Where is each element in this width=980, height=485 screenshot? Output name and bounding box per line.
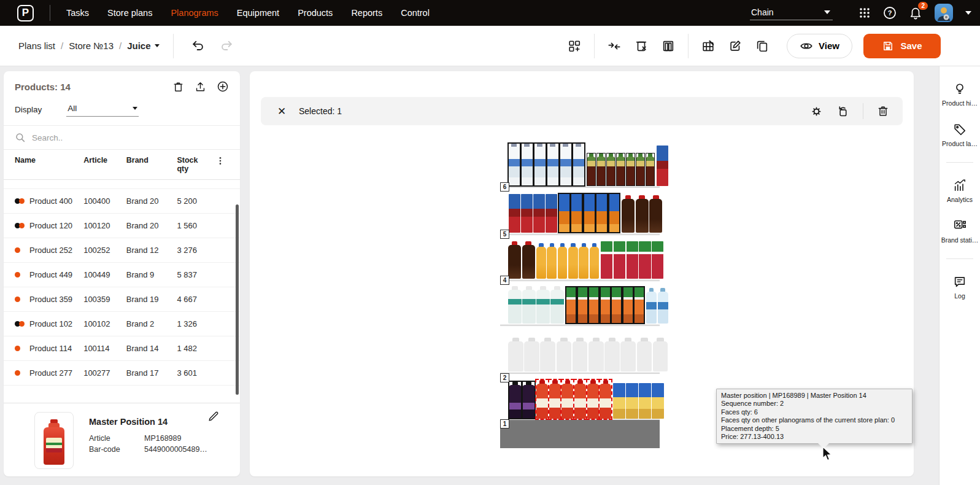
product-facing-jaffatropic[interactable] — [634, 287, 644, 324]
scrollbar-thumb[interactable] — [236, 204, 239, 395]
menu-item-store-plans[interactable]: Store plans — [107, 8, 152, 18]
menu-item-equipment[interactable]: Equipment — [237, 8, 279, 18]
product-facing-jaffatropic[interactable] — [566, 287, 576, 324]
table-row[interactable]: Product 114100114Brand 141 482 — [4, 336, 240, 361]
menu-item-tasks[interactable]: Tasks — [66, 8, 89, 18]
product-facing-redsel[interactable] — [600, 380, 611, 419]
sidebar-item-analytics[interactable]: Analytics — [939, 179, 980, 203]
product-facing-waterteal[interactable] — [550, 286, 564, 324]
breadcrumb-planogram-select[interactable]: Juice — [127, 41, 159, 51]
chain-select[interactable]: Chain — [750, 6, 833, 20]
planogram-canvas[interactable]: ✕ Selected: 1 65421 Master position | MP… — [250, 71, 914, 476]
product-facing-purple[interactable] — [522, 381, 535, 419]
close-selection-button[interactable]: ✕ — [276, 105, 288, 118]
redo-button[interactable] — [215, 35, 237, 57]
product-facing-jaffared[interactable] — [652, 241, 663, 279]
product-facing-ghost[interactable] — [573, 338, 588, 371]
product-facing-pineapple[interactable] — [639, 383, 651, 419]
product-facing-jaffatropic[interactable] — [611, 287, 622, 324]
product-facing-cola[interactable] — [636, 195, 649, 233]
product-facing-cartonorange[interactable] — [596, 193, 608, 233]
product-facing-cartonorange[interactable] — [558, 193, 570, 233]
add-section-button[interactable] — [563, 35, 585, 57]
product-facing-redsel[interactable] — [587, 380, 599, 419]
product-facing-ghost[interactable] — [508, 338, 523, 371]
product-facing-ghost[interactable] — [540, 338, 555, 371]
undo-button[interactable] — [187, 35, 209, 57]
product-facing-orangebottle[interactable] — [558, 243, 568, 279]
remove-equipment-button[interactable] — [630, 35, 652, 57]
product-facing-cartonorange[interactable] — [584, 193, 595, 233]
product-facing-waterclear[interactable] — [508, 143, 520, 186]
breadcrumb-store[interactable]: Store №13 — [69, 41, 114, 51]
product-facing-jaffared[interactable] — [614, 241, 625, 279]
product-facing-pineapple[interactable] — [652, 383, 664, 419]
product-facing-tea[interactable] — [616, 153, 625, 186]
product-facing-jaffatropic[interactable] — [623, 287, 633, 324]
product-facing-waterteal[interactable] — [508, 286, 522, 324]
product-facing-orangebottle[interactable] — [547, 243, 557, 279]
product-facing-redsel[interactable] — [561, 380, 573, 419]
product-facing-jaffared[interactable] — [639, 241, 650, 279]
product-facing-ghost[interactable] — [524, 338, 539, 371]
product-facing-cola[interactable] — [649, 195, 662, 233]
product-facing-tea[interactable] — [596, 153, 606, 186]
product-facing-jaffatropic[interactable] — [577, 287, 588, 324]
product-facing-pineapple[interactable] — [613, 383, 625, 419]
table-row[interactable]: Product 120100120Brand 201 560 — [4, 214, 240, 238]
product-facing-orangebottle[interactable] — [590, 243, 600, 279]
product-facing-tea[interactable] — [626, 153, 635, 186]
breadcrumb-plans-list[interactable]: Plans list — [18, 41, 55, 51]
product-facing-jaffared[interactable] — [627, 241, 638, 279]
sidebar-item-product-labels[interactable]: Product la… — [939, 123, 980, 147]
product-facing-waterclear[interactable] — [560, 143, 572, 186]
trash-icon[interactable] — [877, 105, 889, 117]
table-menu-button[interactable] — [213, 150, 240, 180]
avatar[interactable] — [935, 4, 953, 22]
edit-shelf-button[interactable] — [697, 35, 719, 57]
product-facing-waterteal[interactable] — [536, 286, 550, 324]
col-header-stock[interactable]: Stock qty — [174, 150, 213, 180]
menu-item-control[interactable]: Control — [401, 8, 430, 18]
product-facing-ghost[interactable] — [653, 338, 668, 371]
product-facing-colabig[interactable] — [508, 241, 521, 279]
table-row[interactable]: Product 359100359Brand 194 667 — [4, 287, 240, 312]
copy-button[interactable] — [751, 35, 773, 57]
profile-menu-button[interactable] — [965, 11, 971, 15]
edit-button[interactable] — [724, 35, 746, 57]
product-facing-colabig[interactable] — [522, 241, 535, 279]
equipment-button[interactable] — [657, 35, 679, 57]
product-facing-jaffatropic[interactable] — [588, 287, 599, 324]
table-row[interactable]: Product 449100449Brand 95 837 — [4, 263, 240, 287]
upload-icon[interactable] — [195, 81, 206, 93]
align-positions-button[interactable] — [603, 35, 625, 57]
product-facing-waterclear[interactable] — [521, 143, 533, 186]
product-facing-tea[interactable] — [606, 153, 615, 186]
shelf-base[interactable] — [500, 420, 660, 448]
product-facing-ghost[interactable] — [604, 338, 620, 371]
product-facing-ghost[interactable] — [620, 338, 636, 371]
product-facing-redsel[interactable] — [536, 380, 548, 419]
menu-item-reports[interactable]: Reports — [351, 8, 382, 18]
menu-item-products[interactable]: Products — [298, 8, 333, 18]
product-facing-cartonorange[interactable] — [571, 193, 582, 233]
product-facing-waterclear[interactable] — [573, 143, 585, 186]
product-facing-waterteal[interactable] — [522, 286, 536, 324]
product-facing-jaffatropic[interactable] — [600, 287, 611, 324]
product-facing-cartonpom[interactable] — [533, 194, 545, 233]
product-facing-orangebottle[interactable] — [568, 243, 578, 279]
edit-master-position-button[interactable] — [207, 411, 219, 422]
product-facing-tea[interactable] — [587, 153, 596, 186]
product-facing-orangebottle[interactable] — [536, 243, 546, 279]
product-facing-redsel[interactable] — [549, 380, 561, 419]
product-facing-waterblue[interactable] — [646, 288, 657, 324]
product-facing-ghost[interactable] — [637, 338, 652, 371]
col-header-name[interactable]: Name — [4, 150, 81, 180]
gear-icon[interactable] — [810, 105, 823, 118]
product-facing-cartonpom[interactable] — [657, 146, 668, 186]
product-facing-cartonpom[interactable] — [521, 194, 533, 233]
product-facing-ghost[interactable] — [588, 338, 604, 371]
app-logo-icon[interactable]: P — [17, 5, 34, 21]
help-button[interactable]: ? — [883, 6, 897, 20]
sidebar-item-brand-statistics[interactable]: Brand stati… — [939, 219, 980, 244]
